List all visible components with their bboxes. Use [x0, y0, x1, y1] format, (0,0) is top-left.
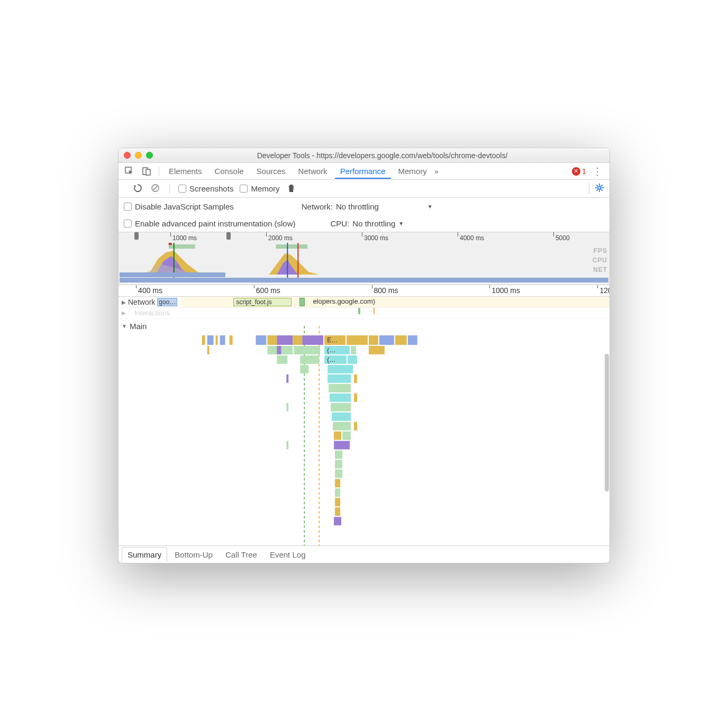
svg-text:(…: (… [327, 356, 335, 363]
svg-rect-28 [267, 335, 277, 345]
performance-toolbar: Screenshots Memory [119, 180, 609, 198]
svg-rect-68 [335, 498, 340, 506]
overview-handle-left[interactable] [134, 232, 139, 240]
tab-memory[interactable]: Memory [393, 163, 432, 179]
svg-rect-55 [329, 384, 351, 393]
reload-button[interactable] [132, 183, 143, 195]
garbage-collect-icon[interactable] [286, 183, 296, 195]
svg-rect-14 [169, 244, 195, 249]
svg-rect-53 [327, 365, 353, 373]
panel-tabstrip: Elements Console Sources Network Perform… [119, 163, 609, 180]
svg-rect-23 [207, 335, 214, 345]
overview-handle-right[interactable] [226, 232, 231, 240]
svg-rect-35 [379, 335, 394, 345]
close-window-icon[interactable] [124, 152, 131, 159]
svg-rect-74 [286, 375, 288, 383]
svg-rect-56 [330, 394, 351, 402]
window-title: Developer Tools - https://developers.goo… [160, 151, 604, 160]
disable-js-samples-checkbox[interactable]: Disable JavaScript Samples [124, 202, 234, 211]
network-request[interactable]: script_foot.js [233, 298, 292, 306]
device-toolbar-icon[interactable] [139, 165, 154, 178]
svg-rect-66 [335, 479, 340, 487]
flame-ruler[interactable]: 400 ms 600 ms 800 ms 1000 ms 120 [119, 285, 609, 297]
tab-elements[interactable]: Elements [163, 163, 207, 179]
svg-rect-71 [354, 375, 357, 383]
svg-rect-26 [230, 335, 233, 345]
network-request[interactable] [299, 298, 305, 306]
overview-tick: 4000 ms [460, 234, 484, 242]
svg-rect-61 [342, 432, 351, 440]
svg-rect-60 [334, 432, 341, 440]
svg-rect-24 [216, 335, 218, 345]
interactions-track[interactable]: ▶Interactions [119, 308, 609, 318]
svg-rect-45 [369, 346, 385, 354]
svg-line-11 [602, 190, 603, 191]
svg-rect-15 [169, 243, 172, 245]
svg-rect-59 [333, 422, 351, 431]
svg-rect-65 [335, 469, 342, 478]
svg-rect-64 [335, 460, 342, 468]
main-thread-track[interactable]: ▼Main E… [119, 318, 609, 546]
svg-rect-54 [327, 375, 351, 383]
tab-performance[interactable]: Performance [335, 163, 391, 179]
svg-rect-63 [335, 450, 342, 459]
svg-rect-72 [354, 394, 357, 402]
svg-rect-44 [351, 346, 356, 354]
svg-rect-41 [277, 346, 281, 354]
error-count: 1 [582, 167, 586, 176]
cpu-throttle-select[interactable]: CPU: No throttling ▼ [331, 219, 404, 228]
tab-console[interactable]: Console [210, 163, 249, 179]
tab-network[interactable]: Network [293, 163, 333, 179]
minimize-window-icon[interactable] [135, 152, 142, 159]
advanced-paint-checkbox[interactable]: Enable advanced paint instrumentation (s… [124, 219, 296, 228]
svg-line-12 [597, 190, 598, 191]
record-button[interactable] [124, 188, 126, 190]
svg-rect-62 [334, 441, 350, 449]
svg-text:E…: E… [327, 336, 338, 344]
svg-rect-47 [277, 355, 287, 364]
svg-rect-70 [334, 517, 341, 525]
svg-rect-69 [335, 507, 340, 516]
svg-line-13 [602, 185, 603, 186]
timeline-overview[interactable]: 1000 ms 2000 ms 3000 ms 4000 ms 5000 [119, 232, 609, 285]
svg-rect-48 [300, 355, 319, 364]
memory-checkbox[interactable]: Memory [240, 184, 279, 193]
network-throttle-select[interactable]: Network: No throttling ▼ [302, 202, 433, 211]
maximize-window-icon[interactable] [146, 152, 153, 159]
svg-rect-37 [408, 335, 417, 345]
capture-settings-icon[interactable] [589, 183, 604, 194]
clear-button[interactable] [150, 183, 161, 195]
error-icon: ✕ [572, 167, 580, 176]
svg-rect-34 [369, 335, 378, 345]
svg-line-10 [597, 185, 598, 186]
svg-rect-2 [146, 169, 150, 175]
overview-tick: 3000 ms [364, 234, 388, 242]
network-track[interactable]: ▶Network goo… script_foot.js elopers.goo… [119, 297, 609, 308]
settings-menu-icon[interactable]: ⋮ [588, 166, 606, 177]
overview-lane-labels: FPS CPU NET [593, 246, 607, 275]
screenshots-checkbox[interactable]: Screenshots [178, 184, 233, 193]
svg-rect-67 [335, 488, 340, 497]
svg-rect-42 [294, 346, 320, 354]
svg-rect-31 [302, 335, 323, 345]
inspect-element-icon[interactable] [122, 165, 137, 178]
svg-rect-22 [202, 335, 205, 345]
overview-tick: 2000 ms [268, 234, 293, 242]
devtools-window: Developer Tools - https://developers.goo… [118, 148, 610, 563]
vertical-scrollbar[interactable] [605, 354, 609, 491]
error-badge[interactable]: ✕ 1 [572, 167, 586, 176]
overview-tick: 5000 [556, 234, 570, 242]
overview-tick: 1000 ms [172, 234, 197, 242]
svg-rect-76 [286, 441, 288, 449]
svg-rect-27 [256, 335, 266, 345]
svg-rect-16 [276, 244, 307, 249]
svg-rect-58 [332, 413, 351, 421]
tab-sources[interactable]: Sources [251, 163, 291, 179]
svg-rect-33 [347, 335, 368, 345]
svg-rect-39 [207, 346, 210, 354]
titlebar: Developer Tools - https://developers.goo… [119, 148, 609, 163]
svg-text:(…: (… [327, 347, 335, 354]
capture-settings: Disable JavaScript Samples Network: No t… [119, 198, 609, 232]
svg-line-4 [153, 186, 158, 190]
more-tabs-icon[interactable]: » [434, 167, 439, 176]
